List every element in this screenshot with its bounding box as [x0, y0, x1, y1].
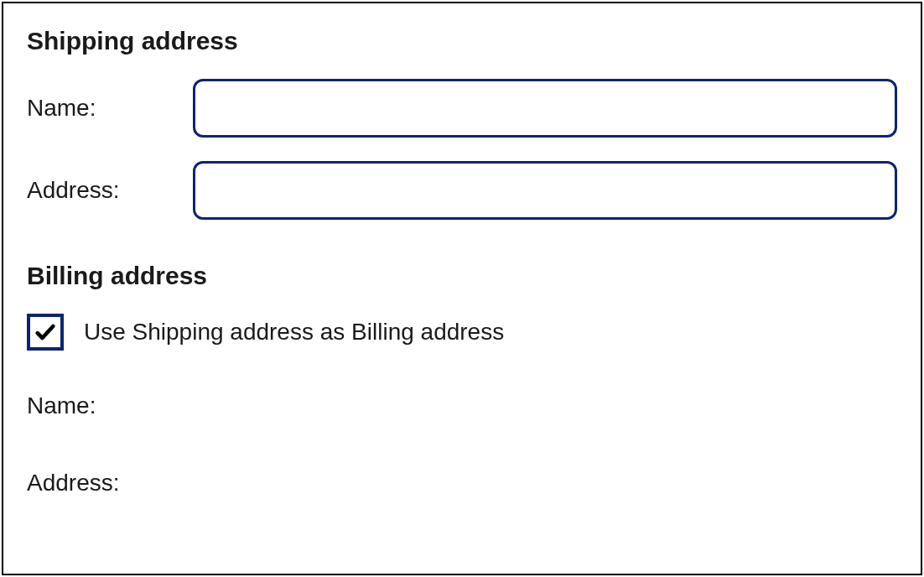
shipping-heading: Shipping address — [27, 27, 897, 55]
shipping-address-input[interactable] — [193, 161, 897, 220]
shipping-address-label: Address: — [27, 177, 193, 204]
billing-address-row: Address: — [27, 470, 897, 496]
shipping-address-row: Address: — [27, 161, 897, 220]
shipping-name-input[interactable] — [193, 79, 897, 138]
use-shipping-checkbox-label: Use Shipping address as Billing address — [84, 319, 504, 346]
billing-name-label: Name: — [27, 392, 96, 418]
use-shipping-checkbox[interactable] — [27, 314, 64, 351]
billing-address-label: Address: — [27, 470, 120, 496]
billing-heading: Billing address — [27, 262, 897, 290]
billing-section: Billing address Use Shipping address as … — [27, 262, 897, 496]
address-form: Shipping address Name: Address: Billing … — [2, 2, 922, 575]
shipping-name-label: Name: — [27, 95, 193, 122]
checkmark-icon — [34, 320, 57, 344]
billing-name-row: Name: — [27, 392, 897, 419]
use-shipping-checkbox-row: Use Shipping address as Billing address — [27, 314, 897, 351]
shipping-name-row: Name: — [27, 79, 897, 138]
